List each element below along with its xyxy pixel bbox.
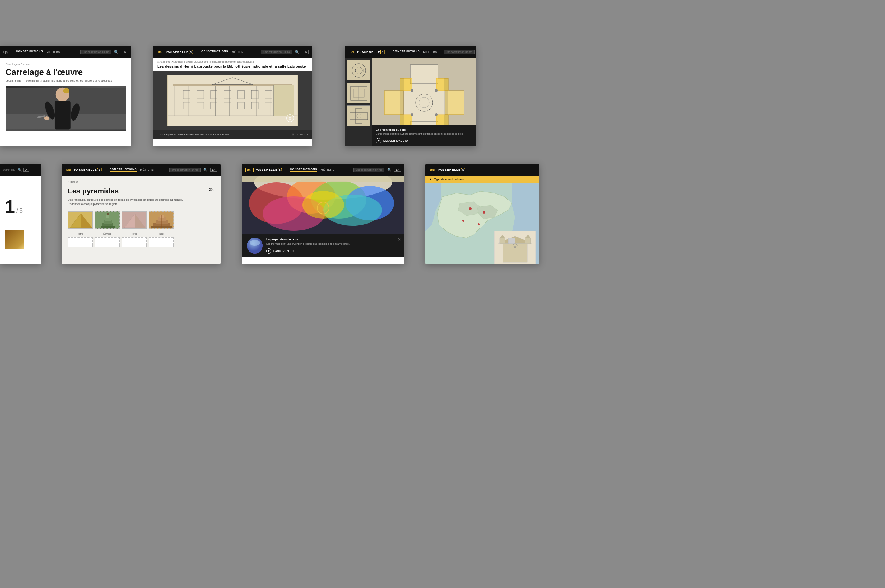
card6-lang[interactable]: EN: [394, 168, 401, 172]
card6-painting-area: [242, 176, 404, 234]
svg-point-114: [462, 220, 464, 222]
card5-metiers[interactable]: MÉTIERS: [140, 168, 154, 171]
card5-drop-1[interactable]: [68, 237, 93, 248]
svg-rect-70: [400, 78, 404, 127]
card3-info-text: Sur la droite, d'autres ouvriers équarri…: [376, 132, 473, 136]
card5-lang[interactable]: EN: [210, 168, 217, 172]
card5-pyramid-2: [95, 211, 120, 229]
card1-nav-metiers[interactable]: MÉTIERS: [46, 51, 60, 54]
card5-search-icon[interactable]: 🔍: [203, 168, 207, 172]
screenshot-container: E[S] CONSTRUCTIONS MÉTIERS 🔍 EN Carrelag…: [0, 0, 885, 588]
card1-title: Carrelage à l'œuvre: [6, 68, 126, 77]
card2-header: ⌂ > Carrefour > Les dessins d'Henri Labr…: [153, 58, 312, 71]
card1-worker-svg: [6, 86, 126, 131]
card6-bnf: BnF: [245, 168, 254, 172]
card4-thumbnail: [5, 230, 24, 249]
card5-header: Les pyramides 2/5: [68, 187, 214, 195]
card1-search-input[interactable]: [80, 50, 111, 54]
card2-search-input[interactable]: [261, 50, 292, 54]
card2-prev-btn[interactable]: ‹: [297, 133, 298, 136]
card3-thumb1-svg: [347, 60, 370, 81]
card2-nav-right: 🔍 EN: [258, 50, 309, 54]
card2-building: ⊕: [167, 75, 298, 126]
card4-page-display: 1 / 5: [5, 198, 37, 216]
svg-rect-108: [242, 176, 404, 182]
card1-image: [6, 86, 126, 131]
card2-metiers[interactable]: MÉTIERS: [231, 51, 245, 54]
card1-nav-right: 🔍 EN: [77, 50, 128, 54]
card5-pyramid2-svg: [95, 212, 120, 229]
card2-chevron-icon[interactable]: ›: [157, 133, 158, 136]
card3-metiers[interactable]: MÉTIERS: [423, 51, 437, 54]
card5-brand-name: PASSERELLE[S]: [74, 168, 102, 171]
card7-bnf: BnF: [429, 168, 437, 172]
card4-nav: un mot-clé... 🔍 EN: [0, 164, 42, 176]
card5-nav: BnF PASSERELLE[S] CONSTRUCTIONS MÉTIERS …: [62, 164, 221, 176]
card3-nav: BnF PASSERELLE[S] CONSTRUCTIONS MÉTIERS …: [345, 46, 476, 58]
card-architecture: BnF PASSERELLE[S] CONSTRUCTIONS MÉTIERS …: [345, 46, 476, 146]
card2-image-area: ⊕: [153, 71, 312, 130]
card2-title: Les dessins d'Henri Labrouste pour la Bi…: [157, 64, 308, 68]
card6-search-icon[interactable]: 🔍: [387, 168, 391, 172]
card2-lang[interactable]: EN: [302, 50, 309, 54]
card5-label-2: Égypte: [95, 232, 120, 235]
card4-divider: [5, 219, 37, 219]
card2-building-svg: [167, 75, 298, 126]
card3-thumb-3[interactable]: [347, 105, 370, 126]
card1-nav-constructions[interactable]: CONSTRUCTIONS: [16, 50, 43, 54]
card2-constructions[interactable]: CONSTRUCTIONS: [201, 50, 228, 54]
card2-search-icon[interactable]: 🔍: [295, 50, 299, 54]
card4-page-total: 5: [20, 207, 23, 214]
card3-brand-name: PASSERELLE[S]: [358, 50, 385, 54]
card-labrouste: BnF PASSERELLE[S] CONSTRUCTIONS MÉTIERS …: [153, 46, 312, 146]
card6-audio-btn[interactable]: ▶ LANCER L'AUDIO: [266, 248, 400, 254]
card1-lang-badge[interactable]: EN: [121, 50, 128, 54]
card6-search-input[interactable]: [353, 168, 385, 172]
card7-filter-arrow: ▲: [429, 178, 432, 181]
card4-lang[interactable]: EN: [23, 168, 29, 172]
card5-back-arrow: ‹: [68, 180, 69, 183]
card6-close-btn[interactable]: ✕: [397, 237, 401, 242]
card1-subtitle: depuis 3 ans : "notre métier : habiller …: [6, 79, 126, 82]
svg-rect-5: [55, 101, 71, 129]
svg-point-113: [482, 211, 485, 213]
card5-label-4: Inde: [149, 232, 174, 235]
card5-search-input[interactable]: [170, 168, 200, 172]
card7-filter-bar[interactable]: ▲ Type de constructions: [425, 176, 539, 183]
card6-audio-label: LANCER L'AUDIO: [273, 250, 297, 252]
card2-next-btn[interactable]: ›: [307, 133, 308, 136]
svg-point-8: [44, 116, 50, 120]
card5-constructions[interactable]: CONSTRUCTIONS: [110, 168, 137, 172]
card5-title: Les pyramides: [68, 187, 119, 195]
card5-drop-2[interactable]: [95, 237, 120, 248]
card6-metiers[interactable]: MÉTIERS: [320, 168, 334, 171]
card6-nav-right: 🔍 EN: [350, 168, 401, 172]
svg-point-112: [469, 207, 472, 210]
svg-point-4: [63, 88, 69, 93]
svg-rect-54: [410, 64, 438, 84]
card3-thumb-1[interactable]: [347, 60, 370, 81]
card5-back-btn[interactable]: ‹ Retour: [68, 180, 214, 183]
card1-search-icon[interactable]: 🔍: [114, 50, 118, 54]
card4-search-icon[interactable]: 🔍: [18, 168, 22, 172]
card5-drop-4[interactable]: [149, 237, 174, 248]
card3-nav-right: 🔍 EN: [441, 50, 476, 54]
card6-panel-text: La préparation du bois Les thermes sont …: [266, 238, 400, 254]
card3-search-input[interactable]: [443, 50, 475, 54]
card5-drop-3[interactable]: [122, 237, 147, 248]
card4-page-sep: /: [16, 207, 18, 214]
card7-filter-label: Type de constructions: [434, 178, 464, 181]
card3-audio-btn[interactable]: ▶ LANCER L'AUDIO: [376, 138, 473, 143]
card6-constructions[interactable]: CONSTRUCTIONS: [290, 168, 317, 172]
card3-thumb-2[interactable]: [347, 82, 370, 103]
card4-content: 1 / 5: [0, 176, 42, 264]
card7-map: [425, 183, 539, 264]
card5-pyramid3-svg: [122, 212, 147, 229]
svg-point-64: [411, 89, 413, 92]
card3-audio-label: LANCER L'AUDIO: [383, 139, 408, 142]
card3-brand: BnF PASSERELLE[S]: [348, 50, 385, 54]
card3-constructions[interactable]: CONSTRUCTIONS: [393, 50, 420, 54]
card2-magnify-icon[interactable]: ⊕: [286, 114, 294, 122]
card2-bnf: BnF: [156, 50, 165, 54]
svg-rect-120: [500, 238, 505, 243]
